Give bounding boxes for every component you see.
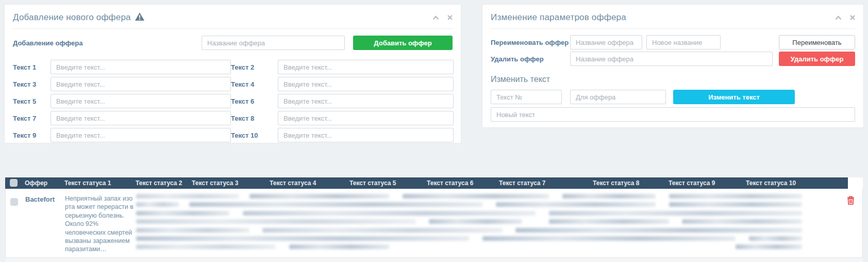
text-1-label: Текст 1 xyxy=(13,63,51,71)
chevron-up-icon[interactable] xyxy=(835,15,842,20)
col-header-status-7: Текст статуса 7 xyxy=(499,179,545,187)
text-5-input[interactable] xyxy=(51,94,231,108)
delete-offer-label: Удалить оффер xyxy=(491,55,570,63)
change-text-heading: Изменить текст xyxy=(491,75,855,84)
text-6-label: Текст 6 xyxy=(231,97,278,105)
redacted-text-streak xyxy=(549,211,802,216)
col-header-offer: Оффер xyxy=(25,179,47,187)
text-9-input[interactable] xyxy=(51,128,231,142)
redacted-text-streak xyxy=(682,219,802,224)
panel-edit-offer: Изменение параметров оффера Переименоват… xyxy=(482,4,864,128)
redacted-text-streak xyxy=(249,194,389,199)
offer-name-cell: Bactefort xyxy=(25,195,55,203)
trash-icon[interactable] xyxy=(847,196,855,206)
redacted-text-streak xyxy=(482,236,736,241)
text-7-label: Текст 7 xyxy=(13,114,51,122)
rename-offer-name-input[interactable] xyxy=(570,35,642,50)
redacted-text-streak xyxy=(749,236,802,241)
col-header-status-3: Текст статуса 3 xyxy=(192,179,238,187)
redacted-text-streak xyxy=(189,202,482,207)
delete-offer-row: Удалить оффер Удалить оффер xyxy=(491,52,855,66)
redacted-text-streak xyxy=(136,194,239,199)
text-3-label: Текст 3 xyxy=(13,80,51,88)
col-header-status-5: Текст статуса 5 xyxy=(349,179,396,187)
col-header-status-10: Текст статуса 10 xyxy=(746,179,796,187)
status-1-cell: Неприятный запах изо рта может перерасти… xyxy=(65,194,135,254)
offers-table: ОфферТекст статуса 1Текст статуса 2Текст… xyxy=(5,177,863,262)
col-header-status-2: Текст статуса 2 xyxy=(136,179,182,187)
text-inputs-grid: Текст 1Текст 2Текст 3Текст 4Текст 5Текст… xyxy=(13,60,453,142)
text-5-label: Текст 5 xyxy=(13,97,51,105)
col-header-status-6: Текст статуса 6 xyxy=(427,179,473,187)
text-8-input[interactable] xyxy=(278,111,454,125)
col-header-status-8: Текст статуса 8 xyxy=(593,179,639,187)
text-6-input[interactable] xyxy=(278,94,454,108)
divider xyxy=(491,28,855,29)
redacted-text-streak xyxy=(136,228,249,233)
text-number-input[interactable] xyxy=(491,90,562,104)
offer-name-input[interactable] xyxy=(202,36,345,50)
new-text-input[interactable] xyxy=(491,107,855,122)
redacted-text-streak xyxy=(136,244,276,249)
chevron-up-icon[interactable] xyxy=(432,15,439,20)
rename-offer-label: Переименовать оффер xyxy=(491,39,570,46)
col-header-status-9: Текст статуса 9 xyxy=(669,179,715,187)
redacted-text-streak xyxy=(496,202,656,207)
new-text-row xyxy=(491,107,855,122)
rename-new-name-input[interactable] xyxy=(646,35,721,50)
text-4-label: Текст 4 xyxy=(231,80,278,88)
redacted-text-streak xyxy=(289,244,389,249)
divider xyxy=(13,28,453,29)
add-offer-button[interactable]: Добавить оффер xyxy=(353,36,453,50)
panel-edit-offer-header: Изменение параметров оффера xyxy=(491,11,855,24)
for-offer-input[interactable] xyxy=(570,90,666,104)
delete-offer-button[interactable]: Удалить оффер xyxy=(779,52,855,66)
close-icon[interactable] xyxy=(447,15,453,20)
delete-offer-name-input[interactable] xyxy=(570,52,773,66)
redacted-text-streak xyxy=(669,194,802,199)
table-header-row: ОфферТекст статуса 1Текст статуса 2Текст… xyxy=(5,177,863,189)
text-2-input[interactable] xyxy=(278,60,454,74)
text-1-input[interactable] xyxy=(51,60,231,74)
text-3-input[interactable] xyxy=(51,77,231,91)
redacted-status-cells xyxy=(136,193,802,256)
text-10-label: Текст 10 xyxy=(231,131,278,139)
panel-add-offer-header: Добавление нового оффера xyxy=(13,11,453,24)
redacted-text-streak xyxy=(429,219,522,224)
add-offer-label: Добавление оффера xyxy=(13,39,202,47)
table-row: Bactefort Неприятный запах изо рта может… xyxy=(5,189,863,258)
rename-offer-row: Переименовать оффер Переименовать xyxy=(491,35,855,50)
row-checkbox[interactable] xyxy=(10,198,18,206)
text-8-label: Текст 8 xyxy=(231,114,278,122)
table-footer-strip xyxy=(5,258,863,262)
redacted-text-streak xyxy=(243,211,536,216)
text-9-label: Текст 9 xyxy=(13,131,51,139)
add-offer-row: Добавление оффера Добавить оффер xyxy=(13,36,453,50)
col-header-status-1: Текст статуса 1 xyxy=(64,179,111,187)
redacted-text-streak xyxy=(736,244,802,249)
col-header-status-4: Текст статуса 4 xyxy=(270,179,316,187)
close-icon[interactable] xyxy=(850,15,855,20)
change-text-row: Изменить текст xyxy=(491,90,855,104)
panel-title: Добавление нового оффера xyxy=(13,12,131,23)
redacted-text-streak xyxy=(562,194,656,199)
panel-title: Изменение параметров оффера xyxy=(491,12,626,23)
text-2-label: Текст 2 xyxy=(231,63,278,71)
redacted-text-streak xyxy=(403,194,549,199)
redacted-text-streak xyxy=(136,219,416,224)
redacted-text-streak xyxy=(136,236,469,241)
text-4-input[interactable] xyxy=(278,77,454,91)
text-10-input[interactable] xyxy=(278,128,454,142)
panel-add-offer: Добавление нового оффера Добавление оффе… xyxy=(4,4,461,143)
text-7-input[interactable] xyxy=(51,111,231,125)
select-all-checkbox[interactable] xyxy=(10,179,18,187)
redacted-text-streak xyxy=(262,228,502,233)
redacted-text-streak xyxy=(136,202,179,207)
redacted-text-streak xyxy=(136,211,229,216)
redacted-text-streak xyxy=(515,228,802,233)
rename-button[interactable]: Переименовать xyxy=(779,35,855,50)
redacted-text-streak xyxy=(549,219,669,224)
redacted-text-streak xyxy=(669,202,802,207)
change-text-button[interactable]: Изменить текст xyxy=(673,90,795,104)
warning-triangle-icon xyxy=(135,12,144,23)
